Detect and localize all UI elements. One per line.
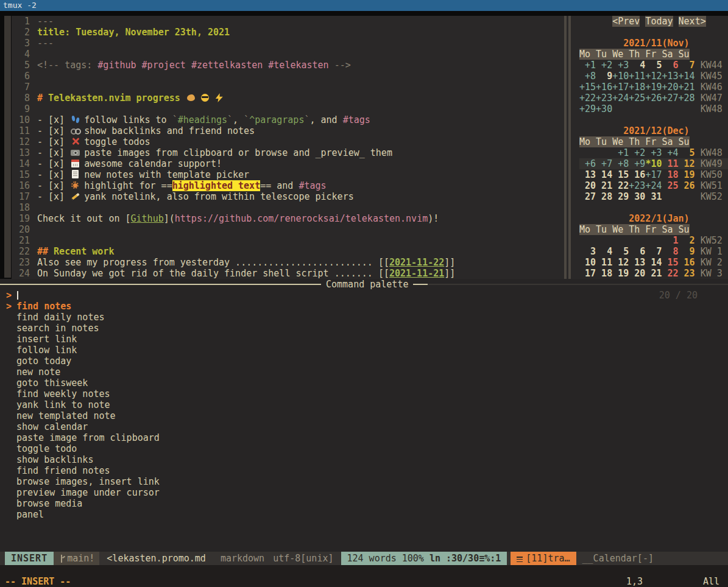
palette-item[interactable]: new templated note [0,410,728,421]
calendar-day[interactable]: 18 [662,169,678,180]
calendar-day[interactable]: +16 [596,82,612,93]
window-separator[interactable] [568,16,571,279]
calendar-day[interactable]: 14 [596,169,612,180]
calendar-day[interactable]: +19 [645,82,662,93]
palette-item[interactable]: new note [0,367,728,378]
calendar-day[interactable]: 28 [596,191,612,202]
palette-item[interactable]: toggle todo [0,443,728,454]
palette-item[interactable]: find weekly notes [0,388,728,399]
calendar-day[interactable]: 13 [579,169,596,180]
calendar-day[interactable]: +24 [612,93,629,104]
calendar-day[interactable]: 8 [662,246,678,257]
calendar-day[interactable]: 5 [679,147,695,158]
calendar-pane[interactable]: <Prev Today Next> 2021/11(Nov)Mo Tu We T… [573,16,728,279]
calendar-day[interactable]: 23 [679,268,695,279]
calendar-day[interactable]: +1 [612,147,629,158]
palette-item[interactable]: browse images, insert link [0,476,728,487]
calendar-day[interactable]: 12 [612,257,629,268]
calendar-day[interactable]: 14 [645,257,662,268]
calendar-day[interactable]: 19 [679,169,695,180]
palette-item[interactable]: yank link to note [0,399,728,410]
calendar-day[interactable]: +28 [679,93,695,104]
scrollbar[interactable] [4,16,11,278]
calendar-day[interactable]: 16 [629,169,645,180]
calendar-day[interactable]: +13 [662,71,678,82]
calendar-day[interactable]: +3 [612,60,629,71]
calendar-day[interactable]: +21 [679,82,695,93]
calendar-next-button[interactable]: Next> [679,16,706,27]
calendar-prev-button[interactable]: <Prev [612,16,640,27]
calendar-day[interactable]: +7 [596,158,612,169]
palette-item[interactable]: browse media [0,498,728,509]
palette-item[interactable]: show backlinks [0,454,728,465]
calendar-day[interactable]: 18 [596,268,612,279]
palette-item[interactable]: insert link [0,334,728,345]
calendar-day[interactable]: +17 [645,169,662,180]
palette-item[interactable]: paste image from clipboard [0,432,728,443]
calendar-day[interactable]: +23 [596,93,612,104]
calendar-day[interactable]: +23 [629,180,645,191]
calendar-day[interactable]: 15 [662,257,678,268]
calendar-day[interactable]: +20 [662,82,678,93]
calendar-day[interactable]: 26 [679,180,695,191]
palette-item[interactable]: show calendar [0,421,728,432]
calendar-day[interactable]: 20 [579,180,596,191]
window-separator[interactable] [564,16,567,279]
calendar-day[interactable]: +8 [612,158,629,169]
calendar-day[interactable]: 15 [612,169,629,180]
calendar-day[interactable]: 21 [645,268,662,279]
calendar-day[interactable]: +25 [629,93,645,104]
palette-item[interactable]: follow link [0,345,728,356]
calendar-day[interactable]: 7 [679,60,695,71]
calendar-day[interactable]: 2 [679,235,695,246]
calendar-day[interactable]: +30 [596,104,612,114]
calendar-day[interactable]: 22 [662,268,678,279]
editor-buffer[interactable]: 1---2title: Tuesday, November 23th, 2021… [12,16,728,279]
calendar-day[interactable]: 22 [612,180,629,191]
calendar-day[interactable]: 1 [662,235,678,246]
calendar-day[interactable]: 6 [662,60,678,71]
calendar-day[interactable]: 9 [596,71,612,82]
calendar-day[interactable]: 21 [596,180,612,191]
calendar-day[interactable]: 11 [596,257,612,268]
calendar-day[interactable]: 19 [612,268,629,279]
calendar-day[interactable]: +4 [662,147,678,158]
calendar-day[interactable]: 16 [679,257,695,268]
calendar-day[interactable]: 5 [612,246,629,257]
calendar-day[interactable]: 9 [679,246,695,257]
calendar-day[interactable]: +3 [645,147,662,158]
calendar-day[interactable]: +2 [629,147,645,158]
calendar-day[interactable]: +9 [629,158,645,169]
calendar-today-button[interactable]: Today [645,16,673,27]
calendar-day[interactable]: 11 [662,158,678,169]
calendar-day[interactable]: 7 [645,246,662,257]
palette-item[interactable]: preview image under cursor [0,487,728,498]
palette-item[interactable]: find daily notes [0,312,728,323]
palette-prompt-input[interactable]: > 20 / 20 [0,290,728,301]
calendar-day[interactable]: +15 [579,82,596,93]
calendar-day[interactable]: 10 [579,257,596,268]
calendar-day[interactable]: 20 [629,268,645,279]
calendar-day[interactable]: 30 [629,191,645,202]
calendar-day[interactable]: +10 [612,71,629,82]
calendar-day[interactable]: +8 [579,71,596,82]
calendar-day[interactable]: 12 [679,158,695,169]
palette-item[interactable]: goto thisweek [0,378,728,388]
calendar-day[interactable]: +11 [629,71,645,82]
calendar-day[interactable]: 31 [645,191,662,202]
calendar-day[interactable]: +26 [645,93,662,104]
calendar-day[interactable]: +6 [579,158,596,169]
command-line[interactable]: :lua require('telekasten').panel() [0,565,728,576]
palette-item[interactable]: goto today [0,356,728,367]
calendar-day[interactable]: +1 [579,60,596,71]
calendar-day[interactable]: 4 [629,60,645,71]
calendar-day[interactable]: 17 [579,268,596,279]
calendar-day[interactable]: +29 [579,104,596,114]
calendar-day[interactable]: 25 [662,180,678,191]
palette-item[interactable]: find friend notes [0,465,728,476]
calendar-day[interactable]: +22 [579,93,596,104]
palette-item[interactable]: panel [0,509,728,520]
calendar-day[interactable]: 13 [629,257,645,268]
calendar-day[interactable]: +12 [645,71,662,82]
calendar-day[interactable]: +14 [679,71,695,82]
